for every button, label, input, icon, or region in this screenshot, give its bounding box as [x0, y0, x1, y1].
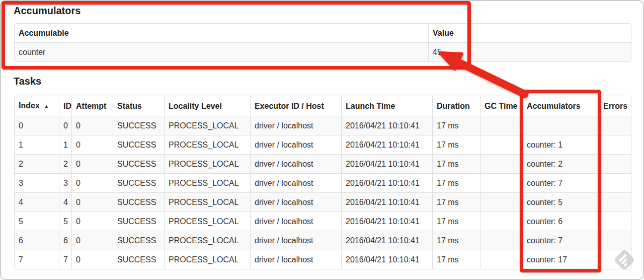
accumulators-table: Accumulable Value counter45 [14, 23, 631, 62]
cell-attempt: 0 [71, 231, 113, 250]
cell-attempt: 0 [71, 212, 113, 231]
cell-launch-time: 2016/04/21 10:10:41 [341, 154, 432, 173]
cell-locality-level: PROCESS_LOCAL [164, 192, 250, 212]
cell-id: 7 [59, 250, 71, 269]
cell-index: 4 [15, 192, 59, 212]
column-header-attempt[interactable]: Attempt [71, 96, 113, 116]
column-header-index-label: Index [19, 101, 40, 110]
column-header-status[interactable]: Status [113, 96, 164, 116]
cell-gc-time [480, 250, 522, 269]
cell-errors [599, 250, 631, 269]
cell-errors [599, 154, 631, 173]
tasks-section-title: Tasks [14, 76, 41, 87]
accumulators-table-body: counter45 [15, 42, 631, 61]
cell-locality-level: PROCESS_LOCAL [164, 250, 250, 269]
cell-errors [599, 116, 631, 135]
cell-duration: 17 ms [432, 192, 480, 212]
cell-index: 2 [15, 154, 59, 173]
cell-attempt: 0 [71, 250, 113, 269]
cell-errors [599, 173, 631, 192]
column-header-locality-level[interactable]: Locality Level [164, 96, 250, 116]
cell-gc-time [480, 212, 522, 231]
cell-accumulators: counter: 7 [522, 231, 599, 250]
cell-attempt: 0 [71, 192, 113, 212]
cell-attempt: 0 [71, 135, 113, 154]
column-header-id[interactable]: ID [59, 96, 71, 116]
cell-status: SUCCESS [113, 192, 164, 212]
cell-locality-level: PROCESS_LOCAL [164, 135, 250, 154]
column-header-launch-time[interactable]: Launch Time [341, 96, 432, 116]
cell-index: 7 [15, 250, 59, 269]
cell-id: 5 [59, 212, 71, 231]
cell-errors [599, 231, 631, 250]
cell-accumulators: counter: 2 [522, 154, 599, 173]
cell-accumulators: counter: 17 [522, 250, 599, 269]
cell-executor-id-host: driver / localhost [250, 250, 341, 269]
cell-duration: 17 ms [432, 173, 480, 192]
cell-id: 0 [59, 116, 71, 135]
column-header-duration[interactable]: Duration [432, 96, 480, 116]
column-header-accumulators[interactable]: Accumulators [522, 96, 599, 116]
cell-duration: 17 ms [432, 231, 480, 250]
table-row: 110SUCCESSPROCESS_LOCALdriver / localhos… [15, 135, 631, 154]
cell-status: SUCCESS [113, 116, 164, 135]
cell-executor-id-host: driver / localhost [250, 212, 341, 231]
cell-id: 4 [59, 192, 71, 212]
table-row: 660SUCCESSPROCESS_LOCALdriver / localhos… [15, 231, 631, 250]
column-header-errors[interactable]: Errors [599, 96, 631, 116]
cell-launch-time: 2016/04/21 10:10:41 [341, 250, 432, 269]
sort-asc-icon: ▲ [44, 103, 49, 109]
cell-errors [599, 212, 631, 231]
cell-duration: 17 ms [432, 250, 480, 269]
cell-status: SUCCESS [113, 212, 164, 231]
cell-executor-id-host: driver / localhost [250, 192, 341, 212]
table-row: 330SUCCESSPROCESS_LOCALdriver / localhos… [15, 173, 631, 192]
cell-gc-time [480, 154, 522, 173]
cell-gc-time [480, 135, 522, 154]
cell-status: SUCCESS [113, 250, 164, 269]
accumulators-section-title: Accumulators [14, 5, 80, 17]
cell-executor-id-host: driver / localhost [250, 135, 341, 154]
cell-attempt: 0 [71, 116, 113, 135]
cell-locality-level: PROCESS_LOCAL [164, 173, 250, 192]
cell-id: 3 [59, 173, 71, 192]
cell-accumulable: counter [15, 42, 428, 61]
cell-index: 3 [15, 173, 59, 192]
cell-accumulators: counter: 1 [522, 135, 599, 154]
cell-launch-time: 2016/04/21 10:10:41 [341, 231, 432, 250]
column-header-gc-time[interactable]: GC Time [480, 96, 522, 116]
cell-executor-id-host: driver / localhost [250, 173, 341, 192]
cell-locality-level: PROCESS_LOCAL [164, 231, 250, 250]
cell-accumulators: counter: 7 [522, 173, 599, 192]
cell-executor-id-host: driver / localhost [250, 154, 341, 173]
cell-gc-time [480, 173, 522, 192]
cell-gc-time [480, 192, 522, 212]
table-row: 220SUCCESSPROCESS_LOCALdriver / localhos… [15, 154, 631, 173]
table-row: 440SUCCESSPROCESS_LOCALdriver / localhos… [15, 192, 631, 212]
column-header-executor-id-host[interactable]: Executor ID / Host [250, 96, 341, 116]
cell-duration: 17 ms [432, 154, 480, 173]
cell-launch-time: 2016/04/21 10:10:41 [341, 192, 432, 212]
tasks-table: Index▲ ID Attempt Status Locality Level … [14, 96, 631, 269]
cell-launch-time: 2016/04/21 10:10:41 [341, 116, 432, 135]
cell-accumulators: counter: 5 [522, 192, 599, 212]
cell-attempt: 0 [71, 173, 113, 192]
cell-index: 1 [15, 135, 59, 154]
cell-locality-level: PROCESS_LOCAL [164, 212, 250, 231]
cell-locality-level: PROCESS_LOCAL [164, 116, 250, 135]
cell-errors [599, 192, 631, 212]
table-row: counter45 [15, 42, 631, 61]
table-row: 550SUCCESSPROCESS_LOCALdriver / localhos… [15, 212, 631, 231]
column-header-accumulable[interactable]: Accumulable [15, 24, 428, 42]
cell-launch-time: 2016/04/21 10:10:41 [341, 173, 432, 192]
cell-status: SUCCESS [113, 154, 164, 173]
cell-gc-time [480, 116, 522, 135]
cell-duration: 17 ms [432, 212, 480, 231]
cell-duration: 17 ms [432, 116, 480, 135]
tasks-table-body: 000SUCCESSPROCESS_LOCALdriver / localhos… [15, 116, 631, 269]
column-header-index[interactable]: Index▲ [15, 96, 59, 116]
cell-executor-id-host: driver / localhost [250, 116, 341, 135]
cell-index: 5 [15, 212, 59, 231]
cell-value: 45 [428, 42, 631, 61]
column-header-value[interactable]: Value [428, 24, 631, 42]
